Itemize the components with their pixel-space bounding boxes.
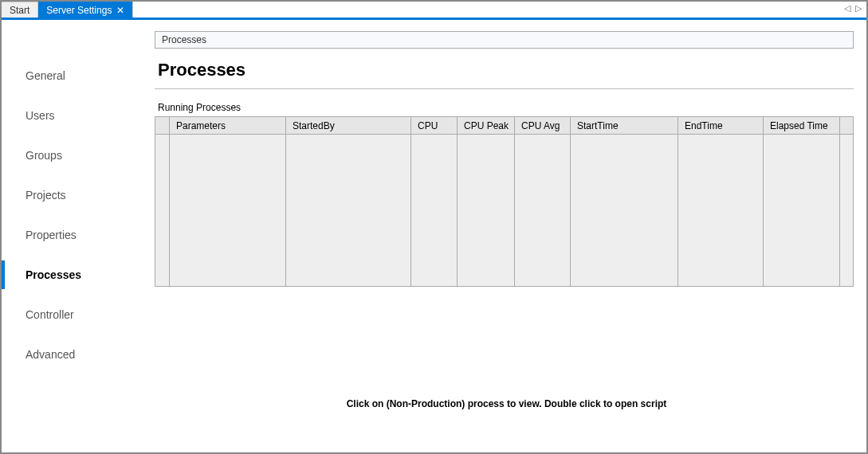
tab-prev-icon[interactable]: ◁ [842, 3, 852, 14]
sidebar: General Users Groups Projects Properties… [2, 20, 155, 450]
sidebar-item-groups[interactable]: Groups [2, 141, 155, 170]
sidebar-item-processes[interactable]: Processes [2, 260, 155, 289]
breadcrumb[interactable]: Processes [155, 31, 854, 49]
col-spacer [840, 117, 853, 134]
grid-body-col [155, 135, 170, 286]
tab-next-icon[interactable]: ▷ [854, 3, 863, 14]
grid-body-col [411, 135, 458, 286]
sidebar-item-controller[interactable]: Controller [2, 300, 155, 329]
tab-bar: Start Server Settings ✕ ◁ ▷ [2, 2, 866, 20]
col-starttime[interactable]: StartTime [571, 117, 678, 134]
col-elapsed[interactable]: Elapsed Time [764, 117, 840, 134]
section-label: Running Processes [158, 102, 858, 113]
tab-nav: ◁ ▷ [842, 3, 863, 14]
grid-body-col [458, 135, 515, 286]
content-wrap: General Users Groups Projects Properties… [2, 20, 866, 450]
grid-body [155, 135, 853, 286]
grid-body-col [764, 135, 840, 286]
grid-body-col [170, 135, 286, 286]
tab-start[interactable]: Start [2, 2, 38, 18]
sidebar-item-users[interactable]: Users [2, 101, 155, 130]
col-cpu-peak[interactable]: CPU Peak [458, 117, 515, 134]
tab-server-settings[interactable]: Server Settings ✕ [38, 2, 133, 18]
hint-text: Click on (Non-Production) process to vie… [155, 398, 858, 409]
grid-body-col [571, 135, 678, 286]
grid-body-col [286, 135, 411, 286]
close-icon[interactable]: ✕ [116, 6, 124, 15]
grid-corner [155, 117, 170, 134]
col-startedby[interactable]: StartedBy [286, 117, 411, 134]
sidebar-item-general[interactable]: General [2, 61, 155, 90]
col-cpu-avg[interactable]: CPU Avg [515, 117, 571, 134]
divider [155, 88, 854, 89]
main-panel: Processes Processes Running Processes Pa… [155, 20, 866, 450]
grid-body-col [678, 135, 764, 286]
processes-grid[interactable]: Parameters StartedBy CPU CPU Peak CPU Av… [155, 116, 854, 287]
col-cpu[interactable]: CPU [411, 117, 458, 134]
grid-body-col [840, 135, 853, 286]
col-endtime[interactable]: EndTime [678, 117, 764, 134]
page-title: Processes [158, 60, 858, 80]
sidebar-item-properties[interactable]: Properties [2, 221, 155, 249]
sidebar-item-projects[interactable]: Projects [2, 181, 155, 209]
tab-label: Start [10, 5, 29, 16]
tab-label: Server Settings [46, 5, 112, 16]
grid-body-col [515, 135, 571, 286]
grid-header: Parameters StartedBy CPU CPU Peak CPU Av… [155, 117, 853, 135]
col-parameters[interactable]: Parameters [170, 117, 286, 134]
sidebar-item-advanced[interactable]: Advanced [2, 340, 155, 369]
